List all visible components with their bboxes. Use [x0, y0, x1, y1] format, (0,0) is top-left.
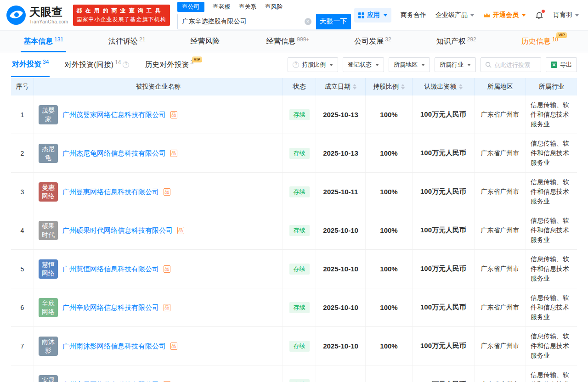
shareholding-ratio: 100%: [366, 96, 413, 134]
shareholding-ratio: 100%: [366, 288, 413, 326]
tab-basic-info[interactable]: 基本信息131: [21, 31, 66, 52]
region: 广东省广州市: [475, 365, 526, 382]
chevron-down-icon: [522, 14, 526, 17]
sort-icon[interactable]: [401, 84, 405, 90]
established-date: 2025-10-11: [316, 173, 366, 211]
company-link[interactable]: 广州硕果时代网络信息科技有限公司: [62, 225, 173, 235]
row-index: 3: [11, 173, 34, 211]
search-tab-company[interactable]: 查公司: [177, 2, 204, 12]
status-cell: 存续: [283, 288, 316, 326]
table-search-input[interactable]: [494, 62, 537, 68]
company-avatar[interactable]: 辛欣网络: [39, 298, 58, 317]
notifications-bell[interactable]: [535, 11, 544, 20]
tab-history-info[interactable]: 历史信息10 VIP: [519, 31, 561, 52]
company-cell: 慧恒网络 广州慧恒网络信息科技有限公司 品: [34, 250, 283, 288]
company-link[interactable]: 广州安晟网络信息科技有限公司: [62, 380, 159, 382]
table-header-row: 序号 被投资企业名称 状态 成立日期 持股比例 认缴出资额 所属地区 所属行业: [11, 78, 577, 96]
logo-subtitle: TianYanCha.com: [29, 19, 68, 24]
search-tab-relation[interactable]: 查关系: [239, 3, 257, 11]
company-avatar[interactable]: 安晟网络: [39, 375, 58, 382]
established-date: 2025-10-10: [316, 211, 366, 249]
subtab-outbound-investment[interactable]: 对外投资34: [11, 52, 50, 77]
company-avatar[interactable]: 杰尼龟: [39, 144, 58, 163]
row-index: 5: [11, 250, 34, 288]
industry: 信息传输、软件和信息技术服务业: [526, 211, 577, 249]
company-link[interactable]: 广州杰尼龟网络信息科技有限公司: [62, 148, 166, 158]
chevron-down-icon: [421, 64, 425, 66]
table-row: 5 慧恒网络 广州慧恒网络信息科技有限公司 品 存续 2025-10-10 10…: [11, 250, 577, 288]
trademark-icon[interactable]: 品: [164, 265, 170, 273]
industry: 信息传输、软件和信息技术服务业: [526, 173, 577, 211]
header-established-date[interactable]: 成立日期: [316, 78, 366, 96]
company-link[interactable]: 广州茂婴家网络信息科技有限公司: [62, 110, 166, 119]
clear-icon[interactable]: ×: [305, 18, 311, 25]
search-tab-risk[interactable]: 查风险: [265, 3, 283, 11]
trademark-icon[interactable]: 品: [170, 111, 177, 118]
filter-shareholding-ratio[interactable]: ? 持股比例: [288, 57, 338, 72]
table-search-box[interactable]: [481, 57, 541, 72]
trademark-icon[interactable]: 品: [170, 343, 177, 350]
filter-region[interactable]: 所属地区: [389, 57, 430, 72]
company-avatar[interactable]: 茂婴家: [39, 105, 58, 124]
industry: 信息传输、软件和信息技术服务业: [526, 250, 577, 288]
header-shareholding-ratio[interactable]: 持股比例: [366, 78, 413, 96]
established-date: 2025-10-10: [316, 288, 366, 326]
subtab-history-investment[interactable]: 历史对外投资3 VIP: [144, 52, 194, 77]
region: 广东省广州市: [475, 250, 526, 288]
info-icon: ?: [123, 62, 129, 68]
trademark-icon[interactable]: 品: [164, 304, 170, 311]
help-icon: ?: [293, 62, 299, 68]
username: 肖育羽: [553, 11, 572, 19]
shareholding-ratio: 100%: [366, 327, 413, 365]
trademark-icon[interactable]: 品: [170, 150, 177, 157]
user-menu[interactable]: 肖育羽: [553, 11, 579, 19]
subtab-indirect-investment[interactable]: 对外投资(间接)14 ?: [63, 52, 130, 77]
enterprise-products-menu[interactable]: 企业级产品: [435, 11, 474, 19]
subscribed-capital: 100万元人民币: [413, 327, 475, 365]
row-index: 6: [11, 288, 34, 326]
company-avatar[interactable]: 雨沐影: [39, 337, 58, 356]
trademark-icon[interactable]: 品: [164, 188, 170, 196]
business-cooperation-link[interactable]: 商务合作: [401, 11, 426, 19]
tab-operating-risk[interactable]: 经营风险: [187, 31, 224, 52]
company-cell: 硕果时代 广州硕果时代网络信息科技有限公司 品: [34, 211, 283, 249]
region: 广东省广州市: [475, 211, 526, 249]
tab-company-development[interactable]: 公司发展32: [351, 31, 394, 52]
company-link[interactable]: 广州曼惠网络信息科技有限公司: [62, 187, 159, 197]
company-cell: 杰尼龟 广州杰尼龟网络信息科技有限公司 品: [34, 134, 283, 172]
status-badge: 存续: [289, 264, 310, 275]
company-search-input[interactable]: [177, 14, 316, 29]
tab-intellectual-property[interactable]: 知识产权292: [434, 31, 479, 52]
company-link[interactable]: 广州慧恒网络信息科技有限公司: [62, 264, 159, 274]
status-badge: 存续: [289, 109, 310, 120]
company-avatar[interactable]: 曼惠网络: [39, 182, 58, 202]
company-cell: 雨沐影 广州雨沐影网络信息科技有限公司 品: [34, 327, 283, 365]
company-link[interactable]: 广州雨沐影网络信息科技有限公司: [62, 341, 166, 351]
subscribed-capital: 100万元人民币: [413, 250, 475, 288]
table-row: 2 杰尼龟 广州杰尼龟网络信息科技有限公司 品 存续 2025-10-13 10…: [11, 134, 577, 173]
company-link[interactable]: 广州辛欣网络信息科技有限公司: [62, 303, 159, 312]
company-avatar[interactable]: 慧恒网络: [39, 259, 58, 279]
vip-upgrade-menu[interactable]: 开通会员: [483, 11, 526, 19]
trademark-icon[interactable]: 品: [177, 227, 184, 234]
sort-icon[interactable]: [353, 84, 356, 90]
search-button[interactable]: 天眼一下: [316, 14, 351, 29]
tab-legal-litigation[interactable]: 法律诉讼21: [106, 31, 148, 52]
vip-badge: VIP: [556, 32, 567, 38]
company-avatar[interactable]: 硕果时代: [39, 221, 58, 240]
tab-operating-info[interactable]: 经营信息999+: [263, 31, 312, 52]
apps-button[interactable]: 应用: [354, 8, 391, 22]
filter-industry[interactable]: 所属行业: [435, 57, 476, 72]
shareholding-ratio: 100%: [366, 211, 413, 249]
header-subscribed-capital[interactable]: 认缴出资额: [413, 78, 475, 96]
header-search-area: 查公司 查老板 查关系 查风险 × 天眼一下: [177, 0, 351, 30]
search-tab-boss[interactable]: 查老板: [213, 3, 231, 11]
row-index: 2: [11, 134, 34, 172]
export-button[interactable]: 导出: [546, 57, 577, 72]
vip-badge: VIP: [192, 56, 203, 62]
filter-registration-status[interactable]: 登记状态: [343, 57, 384, 72]
tianyancha-logo[interactable]: 天眼查 TianYanCha.com: [6, 6, 68, 25]
sort-icon[interactable]: [459, 84, 463, 90]
logo-title: 天眼查: [29, 6, 68, 17]
established-date: 2025-10-13: [316, 134, 366, 172]
